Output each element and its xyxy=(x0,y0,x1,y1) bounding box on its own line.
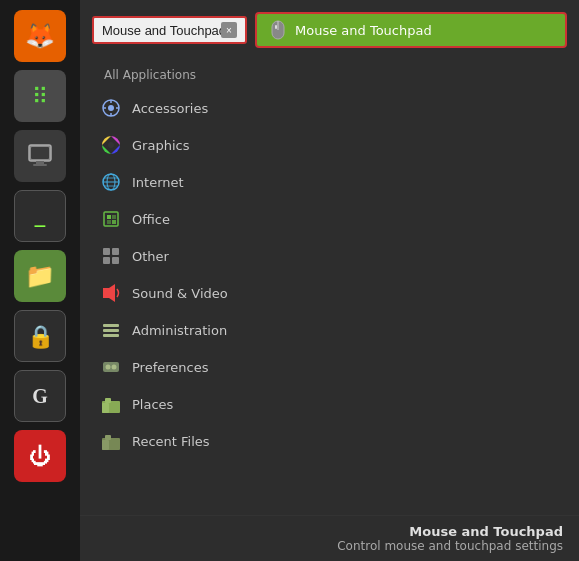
sidebar-icon-grub[interactable]: G xyxy=(14,370,66,422)
svg-rect-25 xyxy=(103,248,110,255)
result-item-mouse-and-touchpad[interactable]: Mouse and Touchpad xyxy=(255,12,567,48)
sidebar-icon-firefox[interactable]: 🦊 xyxy=(14,10,66,62)
result-item-label: Mouse and Touchpad xyxy=(295,23,432,38)
category-accessories[interactable]: Accessories xyxy=(84,90,261,126)
bottom-bar: Mouse and Touchpad Control mouse and tou… xyxy=(80,515,579,561)
mouse-touchpad-result-icon xyxy=(267,19,289,41)
svg-rect-1 xyxy=(36,161,44,164)
ui-icon xyxy=(26,140,54,173)
svg-rect-32 xyxy=(103,334,119,337)
graphics-icon xyxy=(100,134,122,156)
svg-rect-24 xyxy=(112,220,116,224)
grub-icon: G xyxy=(32,385,48,408)
preferences-icon xyxy=(100,356,122,378)
graphics-label: Graphics xyxy=(132,138,189,153)
svg-point-8 xyxy=(108,105,114,111)
sidebar-icon-terminal[interactable]: _ xyxy=(14,190,66,242)
sidebar-icon-power[interactable]: ⏻ xyxy=(14,430,66,482)
svg-rect-33 xyxy=(103,362,119,372)
folder-icon: 📁 xyxy=(25,262,55,290)
main-content: Mouse and Touchpad × Mouse and Touchpad … xyxy=(80,0,579,561)
svg-rect-38 xyxy=(105,398,111,403)
category-preferences[interactable]: Preferences xyxy=(84,349,261,385)
svg-point-35 xyxy=(112,365,117,370)
accessories-icon xyxy=(100,97,122,119)
category-internet[interactable]: Internet xyxy=(84,164,261,200)
internet-icon xyxy=(100,171,122,193)
sidebar-icon-lock[interactable]: 🔒 xyxy=(14,310,66,362)
other-icon xyxy=(100,245,122,267)
category-sound-video[interactable]: Sound & Video xyxy=(84,275,261,311)
category-administration[interactable]: Administration xyxy=(84,312,261,348)
search-box[interactable]: Mouse and Touchpad × xyxy=(92,16,247,44)
category-recent-files[interactable]: Recent Files xyxy=(84,423,261,459)
categories-list: All Applications Accessories xyxy=(80,56,265,515)
search-area: Mouse and Touchpad × Mouse and Touchpad xyxy=(80,0,579,56)
sidebar-icon-grid[interactable]: ⠿ xyxy=(14,70,66,122)
svg-marker-29 xyxy=(103,284,115,302)
svg-rect-30 xyxy=(103,324,119,327)
grid-icon: ⠿ xyxy=(32,84,48,109)
app-title: Mouse and Touchpad xyxy=(96,524,563,539)
svg-rect-41 xyxy=(105,435,111,440)
svg-rect-22 xyxy=(112,215,116,219)
office-label: Office xyxy=(132,212,170,227)
sidebar: 🦊 ⠿ _ 📁 🔒 G ⏻ xyxy=(0,0,80,561)
terminal-icon: _ xyxy=(35,206,46,227)
lock-icon: 🔒 xyxy=(27,324,54,349)
svg-rect-40 xyxy=(102,440,109,450)
sound-video-label: Sound & Video xyxy=(132,286,228,301)
preferences-label: Preferences xyxy=(132,360,208,375)
svg-point-14 xyxy=(108,142,114,148)
svg-rect-21 xyxy=(107,215,111,219)
svg-rect-37 xyxy=(102,403,109,413)
internet-label: Internet xyxy=(132,175,184,190)
sidebar-icon-ui[interactable] xyxy=(14,130,66,182)
recent-files-label: Recent Files xyxy=(132,434,210,449)
places-label: Places xyxy=(132,397,173,412)
svg-point-34 xyxy=(106,365,111,370)
svg-rect-27 xyxy=(103,257,110,264)
all-apps-label: All Applications xyxy=(104,68,196,82)
recent-files-icon xyxy=(100,430,122,452)
svg-rect-2 xyxy=(33,164,47,166)
category-other[interactable]: Other xyxy=(84,238,261,274)
svg-rect-31 xyxy=(103,329,119,332)
administration-label: Administration xyxy=(132,323,227,338)
apps-area xyxy=(265,56,579,515)
accessories-label: Accessories xyxy=(132,101,208,116)
svg-rect-28 xyxy=(112,257,119,264)
category-all-applications[interactable]: All Applications xyxy=(84,61,261,89)
search-input[interactable]: Mouse and Touchpad xyxy=(102,23,221,38)
svg-rect-26 xyxy=(112,248,119,255)
svg-rect-3 xyxy=(31,147,49,159)
category-graphics[interactable]: Graphics xyxy=(84,127,261,163)
app-description: Control mouse and touchpad settings xyxy=(96,539,563,553)
firefox-icon: 🦊 xyxy=(25,22,55,50)
sound-video-icon xyxy=(100,282,122,304)
category-places[interactable]: Places xyxy=(84,386,261,422)
content-area: All Applications Accessories xyxy=(80,56,579,515)
svg-rect-23 xyxy=(107,220,111,224)
places-icon xyxy=(100,393,122,415)
office-icon xyxy=(100,208,122,230)
svg-rect-6 xyxy=(275,25,277,29)
administration-icon xyxy=(100,319,122,341)
other-label: Other xyxy=(132,249,169,264)
category-office[interactable]: Office xyxy=(84,201,261,237)
power-icon: ⏻ xyxy=(29,444,51,469)
sidebar-icon-folder[interactable]: 📁 xyxy=(14,250,66,302)
clear-search-button[interactable]: × xyxy=(221,22,237,38)
search-results: Mouse and Touchpad xyxy=(255,12,567,48)
